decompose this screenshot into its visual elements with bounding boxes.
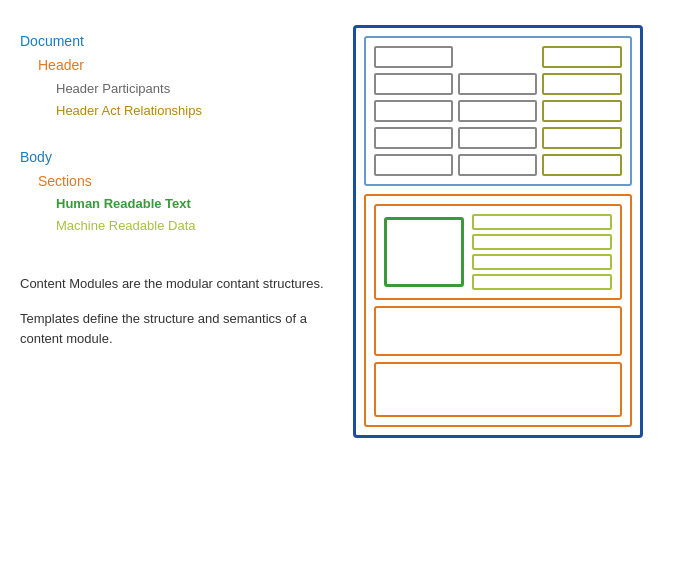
tree-document: Document: [20, 30, 330, 54]
header-diagram-section: [364, 36, 632, 186]
extra-section-1: [374, 306, 622, 356]
tree-header-participants: Header Participants: [20, 78, 330, 100]
header-grid: [374, 46, 622, 176]
cell-r2c1: [374, 73, 453, 95]
cell-r4c2: [458, 127, 537, 149]
mr-row-4: [472, 274, 612, 290]
cell-r1c1: [374, 46, 453, 68]
cell-r3c1: [374, 100, 453, 122]
cell-r5c2: [458, 154, 537, 176]
cell-r3c2: [458, 100, 537, 122]
outer-diagram-border: [353, 25, 643, 438]
cell-r2c3: [542, 73, 621, 95]
templates-desc: Templates define the structure and seman…: [20, 309, 330, 348]
tree-header: Header: [20, 54, 330, 78]
tree: Document Header Header Participants Head…: [20, 30, 330, 238]
tree-sections: Sections: [20, 170, 330, 194]
tree-body: Body: [20, 146, 330, 170]
right-panel: [330, 20, 665, 438]
tree-human-readable: Human Readable Text: [20, 193, 330, 215]
mr-row-3: [472, 254, 612, 270]
tree-machine-readable: Machine Readable Data: [20, 215, 330, 237]
sections-diagram-row: [374, 204, 622, 300]
cell-r2c2: [458, 73, 537, 95]
tree-header-act-relationships: Header Act Relationships: [20, 100, 330, 122]
left-panel: Document Header Header Participants Head…: [20, 20, 330, 364]
cell-r1c3: [542, 46, 621, 68]
mr-row-2: [472, 234, 612, 250]
cell-r5c1: [374, 154, 453, 176]
body-diagram-section: [364, 194, 632, 427]
cell-r4c1: [374, 127, 453, 149]
human-readable-box: [384, 217, 464, 287]
cell-r3c3: [542, 100, 621, 122]
mr-row-1: [472, 214, 612, 230]
content-modules-desc: Content Modules are the modular contant …: [20, 274, 330, 294]
extra-section-2: [374, 362, 622, 417]
descriptions: Content Modules are the modular contant …: [20, 274, 330, 349]
machine-readable-box: [472, 214, 612, 290]
cell-r5c3: [542, 154, 621, 176]
cell-r4c3: [542, 127, 621, 149]
